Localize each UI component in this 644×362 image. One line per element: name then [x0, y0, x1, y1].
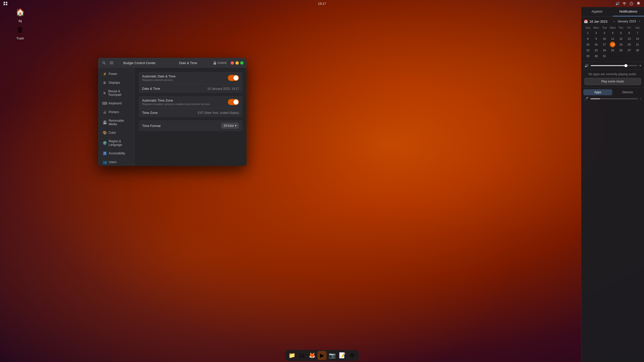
taskbar-settings-icon[interactable]: ⚙: [348, 351, 357, 360]
cal-day-9[interactable]: 9: [593, 36, 599, 41]
calendar-days: 1 2 3 4 5 6 7 8 9 10 11 12 13 14 15 16 1: [584, 30, 641, 59]
taskbar-firefox-icon[interactable]: 🦊: [307, 351, 316, 360]
sidebar-item-accessibility[interactable]: ♿ Accessibility: [99, 149, 133, 158]
sidebar-item-displays[interactable]: 🖥 Displays: [99, 78, 133, 87]
auto-timezone-info: Automatic Time Zone Requires location se…: [142, 99, 228, 106]
svg-point-4: [624, 5, 625, 5]
cal-day-empty-1: [610, 53, 615, 59]
cal-day-26[interactable]: 26: [618, 48, 624, 53]
app-menu-icon[interactable]: [3, 1, 8, 6]
cal-day-1[interactable]: 1: [585, 30, 591, 36]
sidebar-item-power[interactable]: ⚡ Power: [99, 70, 133, 78]
cal-day-4[interactable]: 4: [610, 30, 615, 36]
cal-day-10[interactable]: 10: [602, 36, 607, 41]
calendar-next-btn[interactable]: ›: [637, 19, 641, 24]
cal-day-5[interactable]: 5: [618, 30, 624, 36]
speaker-icon[interactable]: 🔊: [615, 1, 620, 6]
home-folder-icon[interactable]: 🏠 dg: [10, 5, 30, 24]
power-icon[interactable]: [629, 1, 634, 6]
window-menu-button[interactable]: [109, 60, 114, 66]
mic-slider[interactable]: [590, 98, 638, 99]
cal-day-17[interactable]: 17: [602, 42, 607, 47]
play-music-button[interactable]: Play some music: [584, 78, 641, 85]
calendar-selected-date: 18 Jan 2023: [589, 20, 608, 23]
svg-rect-7: [110, 62, 113, 62]
sidebar-item-color[interactable]: 🎨 Color: [99, 128, 133, 137]
taskbar-filemanager-icon[interactable]: 🗂: [297, 351, 306, 360]
window-search-button[interactable]: [101, 60, 107, 66]
cal-day-12[interactable]: 12: [618, 36, 624, 41]
volume-thumb[interactable]: [624, 64, 627, 67]
cal-day-24[interactable]: 24: [602, 48, 607, 53]
window-minimize-button[interactable]: [235, 61, 239, 65]
cal-day-22[interactable]: 22: [585, 48, 591, 53]
cal-day-15[interactable]: 15: [585, 42, 591, 47]
cal-day-13[interactable]: 13: [626, 36, 632, 41]
cal-day-6[interactable]: 6: [626, 30, 632, 36]
taskbar-files-icon[interactable]: 📁: [287, 351, 296, 360]
mic-expand-icon[interactable]: ›: [640, 97, 641, 101]
sidebar-item-region-language[interactable]: 🌍 Region & Language: [99, 137, 133, 149]
calendar-prev-btn[interactable]: ‹: [612, 19, 617, 24]
volume-expand-icon[interactable]: ▾: [639, 64, 641, 67]
cal-day-7[interactable]: 7: [635, 30, 640, 36]
calendar-grid: Sun Mon Tue Wed Thu Fri Sat 1 2 3 4 5 6 …: [584, 26, 641, 59]
timezone-group: Automatic Time Zone Requires location se…: [139, 96, 243, 117]
svg-rect-3: [6, 4, 7, 5]
window-unlock-button[interactable]: Unlock: [213, 61, 227, 65]
cal-day-11[interactable]: 11: [610, 36, 615, 41]
cal-day-14[interactable]: 14: [635, 36, 640, 41]
sidebar-item-printers[interactable]: 🖨 Printers: [99, 108, 133, 116]
window-close-button[interactable]: [231, 61, 234, 65]
auto-timezone-toggle[interactable]: [228, 99, 239, 105]
cal-day-20[interactable]: 20: [626, 42, 632, 47]
tab-notifications[interactable]: Notifications: [613, 7, 644, 16]
cal-day-16[interactable]: 16: [593, 42, 599, 47]
audio-no-apps-text: No apps are currently playing audio.: [584, 72, 641, 76]
taskbar-notes-icon[interactable]: 📝: [338, 351, 347, 360]
cal-day-25[interactable]: 25: [610, 48, 615, 53]
taskbar-media-icon[interactable]: ▶: [317, 351, 327, 360]
sidebar-item-mouse-touchpad[interactable]: 🖱 Mouse & Touchpad: [99, 87, 133, 99]
window-app-name: Budgie Control Center: [116, 61, 163, 65]
cal-day-18[interactable]: 18: [610, 42, 615, 47]
cal-day-30[interactable]: 30: [593, 53, 599, 59]
time-format-dropdown[interactable]: 24-hour ▾: [221, 123, 239, 129]
cal-day-8[interactable]: 8: [585, 36, 591, 41]
cal-day-27[interactable]: 27: [626, 48, 632, 53]
cal-day-3[interactable]: 3: [602, 30, 607, 36]
sidebar-item-power-label: Power: [109, 72, 117, 76]
tab-apps[interactable]: Apps: [583, 89, 612, 95]
cal-day-28[interactable]: 28: [635, 48, 640, 53]
tab-applets[interactable]: Applets: [581, 7, 613, 16]
calendar-header: 📅 18 Jan 2023 ‹ January 2023 ›: [584, 19, 641, 24]
sidebar-item-removable-label: Removable Media: [109, 119, 130, 126]
auto-date-time-toggle[interactable]: [228, 75, 239, 81]
keyboard-nav-icon: ⌨: [103, 101, 107, 105]
notifications-icon[interactable]: [636, 1, 641, 6]
window-maximize-button[interactable]: [240, 61, 244, 65]
tab-devices[interactable]: Devices: [613, 89, 642, 95]
cal-day-23[interactable]: 23: [593, 48, 599, 53]
removable-nav-icon: 💾: [103, 120, 107, 124]
sidebar-item-users[interactable]: 👥 Users: [99, 158, 133, 166]
cal-day-31[interactable]: 31: [602, 53, 607, 59]
network-icon[interactable]: [622, 1, 627, 6]
cal-day-19[interactable]: 19: [618, 42, 624, 47]
trash-icon[interactable]: 🗑 Trash: [10, 22, 30, 42]
sidebar-item-color-label: Color: [109, 131, 116, 134]
sidebar-item-removable-media[interactable]: 💾 Removable Media: [99, 117, 133, 128]
volume-slider[interactable]: [591, 65, 637, 66]
home-folder-image: 🏠: [14, 6, 26, 18]
printers-nav-icon: 🖨: [103, 110, 107, 114]
sidebar-item-keyboard[interactable]: ⌨ Keyboard: [99, 99, 133, 108]
taskbar-camera-icon[interactable]: 📷: [328, 351, 337, 360]
cal-day-2[interactable]: 2: [593, 30, 599, 36]
cal-day-29[interactable]: 29: [585, 53, 591, 59]
dropdown-chevron-icon: ▾: [235, 124, 236, 127]
time-format-label: Time Format: [142, 124, 221, 128]
region-nav-icon: 🌍: [103, 141, 107, 145]
cal-day-21[interactable]: 21: [635, 42, 640, 47]
sidebar-item-accessibility-label: Accessibility: [109, 152, 125, 155]
timezone-label: Time Zone: [142, 111, 198, 115]
